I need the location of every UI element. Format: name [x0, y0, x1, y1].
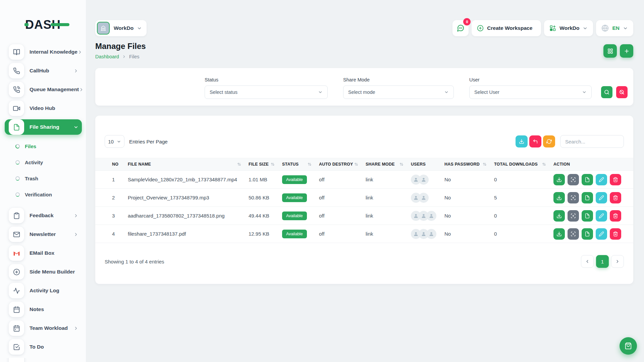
gmail-icon [9, 245, 24, 261]
messages-button[interactable]: 0 [452, 20, 469, 36]
col-file-size[interactable]: FILE SIZE [249, 158, 282, 171]
apply-filter-button[interactable] [601, 86, 612, 98]
notification-badge: 0 [463, 18, 471, 25]
row-actions [553, 192, 633, 203]
sidebar-item-activity-log[interactable]: Activity Log [5, 283, 82, 298]
sidebar-item-clipped[interactable] [5, 358, 82, 362]
prev-page-button[interactable] [581, 255, 594, 268]
add-file-button[interactable] [620, 44, 633, 58]
user-select[interactable]: Select User [469, 85, 592, 99]
chevron-right-icon [122, 55, 126, 59]
refresh-button[interactable] [543, 135, 555, 147]
download-button[interactable] [553, 210, 565, 222]
status-filter: Status Select status [205, 77, 328, 99]
search-icon [604, 89, 609, 95]
status-select[interactable]: Select status [205, 85, 328, 99]
col-auto-destroy[interactable]: AUTO DESTROY [319, 158, 366, 171]
language-dropdown[interactable]: EN [596, 20, 633, 36]
user-avatars [411, 229, 444, 239]
download-button[interactable] [553, 192, 565, 203]
edit-button[interactable] [596, 228, 607, 240]
edit-button[interactable] [596, 192, 607, 203]
phone-call-icon [9, 82, 24, 97]
sidebar-item-callhub[interactable]: CallHub [5, 63, 82, 78]
preview-button[interactable] [568, 228, 579, 240]
chevron-right-icon [615, 259, 620, 264]
calendar-icon [9, 320, 24, 336]
sidebar-nav: Internal Knowledge CallHub Queue Managem… [0, 41, 86, 362]
details-button[interactable] [582, 210, 593, 222]
sidebar-item-queue-management[interactable]: Queue Management [5, 82, 82, 97]
sidebar-item-video-hub[interactable]: Video Hub [5, 101, 82, 116]
details-button[interactable] [582, 228, 593, 240]
create-workspace-button[interactable]: Create Workspace [472, 20, 541, 36]
grid-view-button[interactable] [603, 44, 617, 58]
delete-button[interactable] [610, 228, 621, 240]
download-button[interactable] [553, 228, 565, 240]
sidebar-item-to-do[interactable]: To Do [5, 339, 82, 355]
table-header-row: NO FILE NAME FILE SIZE STATUS AUTO DESTR… [95, 158, 633, 171]
download-icon [519, 139, 524, 144]
row-no: 4 [95, 225, 128, 243]
delete-button[interactable] [610, 174, 621, 185]
col-users[interactable]: USERS [411, 158, 444, 171]
page-1-button[interactable]: 1 [596, 255, 609, 268]
details-button[interactable] [582, 174, 593, 185]
entries-per-page-select[interactable]: 10 [105, 135, 124, 148]
download-icon [556, 213, 562, 219]
sidebar-subitem-trash[interactable]: Trash [5, 172, 82, 185]
download-button[interactable] [553, 174, 565, 185]
total-downloads: 5 [494, 189, 553, 207]
sidebar-item-notes[interactable]: Notes [5, 302, 82, 317]
file-icon [585, 195, 590, 200]
chevron-right-icon [79, 87, 84, 92]
col-has-password[interactable]: HAS PASSWORD [444, 158, 494, 171]
sidebar-item-internal-knowledge[interactable]: Internal Knowledge [5, 44, 82, 60]
status-badge: Available [282, 230, 307, 238]
sidebar-item-feedback[interactable]: Feedback [5, 208, 82, 223]
grid-icon [607, 48, 613, 54]
topbar: WorkDo 0 Create Workspace WorkDo [95, 20, 633, 36]
sidebar-item-side-menu-builder[interactable]: Side Menu Builder [5, 264, 82, 280]
sidebar-subitem-files[interactable]: Files [5, 139, 82, 153]
details-button[interactable] [582, 192, 593, 203]
chevron-right-icon [77, 50, 83, 55]
chevron-down-icon [582, 90, 587, 95]
edit-button[interactable] [596, 174, 607, 185]
user-avatars [411, 193, 444, 203]
sidebar-item-newsletter[interactable]: Newsletter [5, 227, 82, 242]
col-status[interactable]: STATUS [282, 158, 319, 171]
preview-button[interactable] [568, 174, 579, 185]
table-search-input[interactable] [560, 135, 624, 148]
next-page-button[interactable] [611, 255, 624, 268]
col-share-mode[interactable]: SHARE MODE [366, 158, 411, 171]
entries-per-page-label: Entries Per Page [129, 139, 168, 144]
cart-button[interactable] [620, 337, 637, 355]
reset-filter-button[interactable] [616, 86, 628, 98]
sidebar-subitem-verification[interactable]: Verification [5, 188, 82, 201]
user-filter: User Select User [469, 77, 592, 99]
export-download-button[interactable] [516, 135, 528, 147]
delete-button[interactable] [610, 192, 621, 203]
total-downloads: 0 [494, 171, 553, 189]
app-switcher-dropdown[interactable]: WorkDo [544, 20, 593, 36]
col-no[interactable]: NO [95, 158, 128, 171]
delete-button[interactable] [610, 210, 621, 222]
sort-icon [308, 162, 312, 166]
share-mode-select[interactable]: Select mode [343, 85, 454, 99]
edit-button[interactable] [596, 210, 607, 222]
user-avatars [411, 211, 444, 221]
undo-button[interactable] [529, 135, 541, 147]
col-file-name[interactable]: FILE NAME [128, 158, 249, 171]
workspace-switcher[interactable]: WorkDo [95, 20, 147, 36]
row-actions [553, 174, 633, 185]
sidebar-item-team-workload[interactable]: Team Workload [5, 320, 82, 336]
preview-button[interactable] [568, 210, 579, 222]
sidebar-item-email-box[interactable]: EMail Box [5, 245, 82, 261]
preview-button[interactable] [568, 192, 579, 203]
sidebar-item-file-sharing[interactable]: File Sharing [5, 119, 82, 135]
sidebar-subitem-activity[interactable]: Activity [5, 156, 82, 169]
breadcrumb-dashboard-link[interactable]: Dashboard [95, 54, 119, 59]
bullet-icon [15, 160, 20, 165]
col-total-downloads[interactable]: TOTAL DOWNLOADS [494, 158, 553, 171]
